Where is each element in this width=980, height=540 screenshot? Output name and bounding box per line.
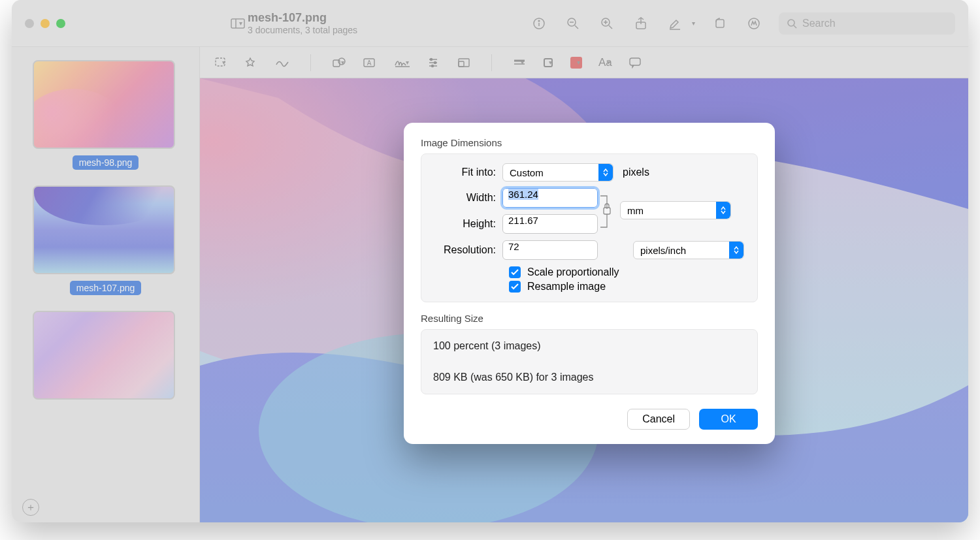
close-window-button[interactable] [25,19,34,28]
fit-into-label: Fit into: [432,167,502,178]
thumbnail-label: mesh-107.png [70,281,142,295]
svg-point-16 [788,20,794,26]
thumbnail-item[interactable] [33,311,179,400]
add-page-button[interactable]: ＋ [22,499,39,516]
search-icon [787,18,797,29]
fit-into-unit: pixels [623,167,649,178]
search-placeholder: Search [802,18,836,29]
preview-window: ▾ mesh-107.png 3 documents, 3 total page… [12,0,968,522]
text-icon[interactable]: A [363,53,376,72]
resolution-unit-select[interactable]: pixels/inch [633,241,744,259]
ok-button[interactable]: OK [699,409,758,430]
info-icon[interactable] [530,14,548,33]
section-title-dimensions: Image Dimensions [421,137,758,148]
checkmark-icon [509,281,521,293]
select-arrows-icon [716,202,730,219]
scale-proportionally-label: Scale proportionally [527,266,619,278]
shapes-icon[interactable]: ▾ [332,53,344,72]
thumbnail-item[interactable]: mesh-107.png [33,185,179,295]
svg-text:A: A [367,59,372,67]
fit-into-value: Custom [510,167,544,178]
search-input[interactable]: Search [779,12,955,35]
chevron-down-icon[interactable]: ▾ [692,20,695,27]
cancel-button[interactable]: Cancel [627,409,690,430]
thumbnail-image [33,185,175,274]
text-style-icon[interactable]: Aa▾ [598,53,610,72]
result-percent: 100 percent (3 images) [433,340,745,352]
thumbnail-item[interactable]: mesh-98.png [33,60,179,170]
fill-color-icon[interactable]: ▾ [570,53,580,72]
svg-rect-35 [630,58,640,65]
adjust-color-icon[interactable] [427,53,439,72]
instant-alpha-icon[interactable] [244,53,257,72]
sidebar-toggle-icon[interactable] [229,14,247,33]
thumbnail-image [33,60,175,149]
highlight-icon[interactable] [666,14,684,33]
svg-rect-31 [459,61,464,67]
svg-line-9 [609,25,612,29]
rotate-icon[interactable] [711,14,729,33]
border-color-icon[interactable]: ▾ [542,53,552,72]
section-title-result: Resulting Size [421,313,758,324]
sign-icon[interactable]: ▾ [394,53,409,72]
resolution-unit-value: pixels/inch [640,245,686,256]
zoom-in-icon[interactable] [598,14,616,33]
resolution-field[interactable]: 72 [502,240,598,260]
width-label: Width: [432,192,502,204]
resample-image-label: Resample image [527,281,606,293]
height-value: 211.67 [508,215,538,226]
thumbnail-sidebar: mesh-98.png mesh-107.png ＋ [12,47,200,522]
svg-point-28 [434,61,436,63]
fit-into-select[interactable]: Custom [502,163,613,182]
minimize-window-button[interactable] [41,19,50,28]
resolution-label: Resolution: [432,244,502,256]
select-arrows-icon [729,242,743,259]
adjust-size-dialog: Image Dimensions Fit into: Custom pixels… [404,123,775,444]
zoom-window-button[interactable] [56,19,65,28]
height-field[interactable]: 211.67 [502,214,598,234]
svg-line-17 [794,25,796,28]
svg-point-27 [431,58,433,60]
annotate-icon[interactable] [629,53,642,72]
zoom-out-icon[interactable] [564,14,582,33]
svg-point-29 [432,65,434,67]
svg-line-6 [575,25,578,29]
svg-rect-0 [231,19,244,28]
checkmark-icon [509,266,521,278]
svg-point-4 [538,20,540,22]
sketch-icon[interactable] [275,53,289,72]
chevron-down-icon[interactable]: ▾ [239,20,242,27]
resolution-value: 72 [508,241,519,252]
separator [310,54,311,71]
width-field[interactable]: 361.24 [502,188,598,208]
separator [491,54,492,71]
resulting-size-panel: 100 percent (3 images) 809 KB (was 650 K… [421,329,758,394]
dimensions-panel: Fit into: Custom pixels Width: 361.24 He… [421,153,758,302]
thumbnail-label: mesh-98.png [73,155,139,170]
adjust-size-icon[interactable] [457,53,470,72]
border-style-icon[interactable]: ▾ [513,53,524,72]
result-filesize: 809 KB (was 650 KB) for 3 images [433,372,745,383]
thumbnail-image [33,311,175,400]
window-title: mesh-107.png 3 documents, 3 total pages [248,11,357,35]
scale-proportionally-checkbox[interactable]: Scale proportionally [509,266,747,278]
dimension-unit-select[interactable]: mm [620,201,731,219]
document-subtitle: 3 documents, 3 total pages [248,25,357,35]
width-value: 361.24 [508,189,538,200]
document-title: mesh-107.png [248,11,357,25]
resample-image-checkbox[interactable]: Resample image [509,281,747,293]
select-arrows-icon [598,164,613,181]
titlebar: ▾ mesh-107.png 3 documents, 3 total page… [12,0,968,47]
svg-rect-14 [716,20,724,27]
selection-tool-icon[interactable]: ▾ [214,53,225,72]
markup-icon[interactable] [745,14,763,33]
share-icon[interactable] [632,14,650,33]
traffic-lights [25,19,65,28]
lock-aspect-icon[interactable] [598,188,617,235]
height-label: Height: [432,218,502,230]
dimension-unit-value: mm [627,205,644,216]
